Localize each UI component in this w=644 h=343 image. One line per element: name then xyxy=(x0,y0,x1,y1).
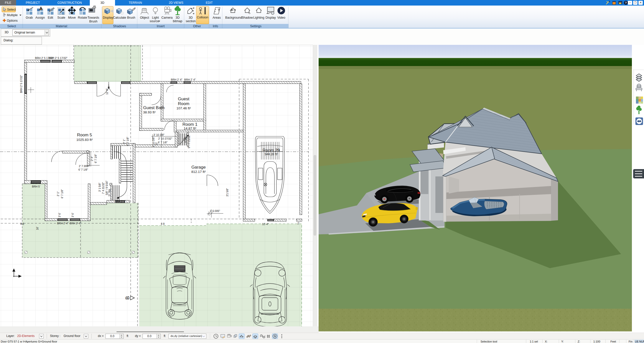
svg-text:Shadows: Shadows xyxy=(113,24,126,28)
svg-text:Other: Other xyxy=(193,24,201,28)
svg-text:2' 10 27/32": 2' 10 27/32" xyxy=(158,137,172,140)
svg-text:1025.83 ft²: 1025.83 ft² xyxy=(76,138,93,142)
svg-text:107.46 ft²: 107.46 ft² xyxy=(176,106,191,110)
svg-text:Video: Video xyxy=(277,16,285,19)
svg-text:Display: Display xyxy=(103,16,114,19)
svg-text:BRH 2' 4": BRH 2' 4" xyxy=(171,78,182,81)
svg-text:Room: Room xyxy=(178,101,189,106)
svg-text:812.17 ft²: 812.17 ft² xyxy=(191,170,206,174)
svg-text:Scale: Scale xyxy=(57,16,65,19)
svg-text:BRH 2' 4": BRH 2' 4" xyxy=(57,222,69,225)
svg-text:Camera: Camera xyxy=(161,16,173,19)
svg-text:3D: 3D xyxy=(176,16,180,19)
svg-text:3' 6': 3' 6' xyxy=(71,213,74,217)
svg-text:3D: 3D xyxy=(189,16,193,19)
svg-text:Guest: Guest xyxy=(178,97,189,101)
svg-text:Edit: Edit xyxy=(48,16,53,19)
svg-text:Garage: Garage xyxy=(191,165,206,170)
svg-text:2': 2' xyxy=(297,222,299,225)
svg-text:Material:: Material: xyxy=(56,24,68,28)
svg-text:Assign: Assign xyxy=(35,16,45,19)
svg-text:Collision: Collision xyxy=(197,16,208,19)
svg-text:Move: Move xyxy=(68,16,76,19)
svg-text:Rotate: Rotate xyxy=(78,16,87,19)
svg-text:BRH 2' 5 17/32": BRH 2' 5 17/32" xyxy=(49,56,68,59)
svg-text:Room 1: Room 1 xyxy=(182,122,198,127)
svg-text:10': 10' xyxy=(155,142,158,145)
svg-text:3'1 5/8": 3'1 5/8" xyxy=(226,188,229,197)
svg-text:8 8: 8 8 xyxy=(20,222,24,225)
svg-text:?: ? xyxy=(625,1,627,4)
svg-text:section: section xyxy=(186,19,196,23)
svg-text:2' 4": 2' 4" xyxy=(91,156,93,161)
svg-text:BRH 2' 4": BRH 2' 4" xyxy=(184,78,196,81)
svg-text:6' 7 1/8": 6' 7 1/8" xyxy=(126,137,129,146)
svg-text:Guest Bath: Guest Bath xyxy=(143,105,164,110)
svg-text:?: ? xyxy=(218,8,220,12)
svg-text:BRH 2' 5 17/32": BRH 2' 5 17/32" xyxy=(20,75,23,93)
svg-text:Brush: Brush xyxy=(127,16,135,19)
svg-text:2' 1": 2' 1" xyxy=(123,139,126,144)
svg-text:Options: Options xyxy=(7,19,18,22)
svg-text:source: source xyxy=(150,19,159,23)
svg-text:Lighting: Lighting xyxy=(253,16,264,19)
svg-text:Room 5: Room 5 xyxy=(77,133,92,137)
svg-text:Insert: Insert xyxy=(157,24,165,28)
svg-text:Grab: Grab xyxy=(26,16,33,19)
svg-text:Room 29: Room 29 xyxy=(263,148,280,153)
svg-text:Object: Object xyxy=(140,16,149,19)
svg-text:2' 7.999": 2' 7.999" xyxy=(79,165,89,168)
svg-text:B: B xyxy=(124,296,130,300)
svg-text:Calculate: Calculate xyxy=(113,16,126,19)
svg-text:6' 7 1/8": 6' 7 1/8" xyxy=(61,189,64,198)
svg-text:Select: Select xyxy=(7,24,16,28)
svg-text:Light: Light xyxy=(152,16,159,19)
svg-text:Brush: Brush xyxy=(89,20,98,23)
svg-text:6' 7 1/8": 6' 7 1/8" xyxy=(78,168,88,171)
svg-text:Background: Background xyxy=(225,16,242,19)
svg-text:Display: Display xyxy=(266,16,276,19)
svg-text:Shadow: Shadow xyxy=(241,16,253,19)
svg-text:Towards: Towards xyxy=(88,16,99,19)
svg-text:12'-4": 12'-4" xyxy=(262,223,269,226)
svg-text:Areas: Areas xyxy=(213,16,221,19)
svg-text:3' 6': 3' 6' xyxy=(58,213,61,217)
svg-text:Info: Info xyxy=(213,24,218,28)
svg-text:544.28 ft²: 544.28 ft² xyxy=(265,152,278,156)
svg-text:N: N xyxy=(274,335,276,338)
svg-text:9" / 7 21/32": 9" / 7 21/32" xyxy=(188,134,190,148)
svg-text:Select: Select xyxy=(7,8,16,11)
svg-text:BRH 5': BRH 5' xyxy=(32,185,40,188)
svg-text:17 Stg: 17 Stg xyxy=(108,189,111,197)
svg-text:BRH 2' 4": BRH 2' 4" xyxy=(70,222,81,225)
svg-text:Settings: Settings xyxy=(250,24,261,28)
svg-text:8 8: 8 8 xyxy=(161,222,165,225)
svg-text:7' 4 31/32": 7' 4 31/32" xyxy=(102,182,105,194)
svg-text:12' 8": 12' 8" xyxy=(106,88,108,95)
svg-text:6' 7 1/8": 6' 7 1/8" xyxy=(158,141,167,144)
svg-text:BRH 3' 6": BRH 3' 6" xyxy=(115,200,126,203)
svg-text:3' 10 3/8": 3' 10 3/8" xyxy=(153,133,164,136)
svg-text:3' 1 5/8": 3' 1 5/8" xyxy=(98,183,101,192)
svg-text:Multiple: Multiple xyxy=(7,13,18,17)
svg-text:4 Stg.: 4 Stg. xyxy=(184,136,187,143)
svg-text:2' 1": 2' 1" xyxy=(57,191,60,196)
svg-text:14.87 ft²: 14.87 ft² xyxy=(184,127,196,130)
svg-text:38.93 ft²: 38.93 ft² xyxy=(143,110,156,114)
svg-text:6' 7 1/8": 6' 7 1/8" xyxy=(94,154,97,163)
svg-text:16': 16' xyxy=(36,227,39,230)
svg-text:bitmap: bitmap xyxy=(173,19,182,23)
